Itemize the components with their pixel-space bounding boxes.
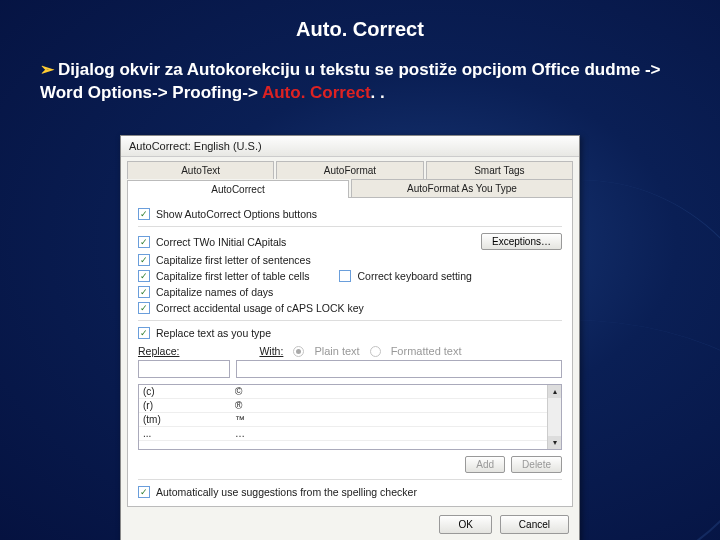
label-days: Capitalize names of days (156, 286, 273, 298)
tabs-row-bottom: AutoCorrect AutoFormat As You Type (121, 179, 579, 197)
ok-button[interactable]: OK (439, 515, 491, 534)
cell-replace: (c) (139, 385, 231, 398)
slide-description: ➢Dijalog okvir za Autokorekciju u tekstu… (0, 41, 720, 105)
bullet-arrow: ➢ (40, 60, 54, 79)
table-row[interactable]: (r) ® (139, 399, 547, 413)
table-scrollbar[interactable]: ▴ ▾ (547, 385, 561, 449)
checkbox-two-initial[interactable] (138, 236, 150, 248)
tabs-row-top: AutoText AutoFormat Smart Tags (121, 157, 579, 179)
replace-label: Replace: (138, 345, 179, 357)
exceptions-button[interactable]: Exceptions… (481, 233, 562, 250)
replace-input[interactable] (138, 360, 230, 378)
checkbox-show-options[interactable] (138, 208, 150, 220)
label-caps-lock: Correct accidental usage of cAPS LOCK ke… (156, 302, 364, 314)
dialog-panel: Show AutoCorrect Options buttons Correct… (127, 197, 573, 507)
dialog-footer: OK Cancel (121, 507, 579, 540)
add-button[interactable]: Add (465, 456, 505, 473)
label-replace-text: Replace text as you type (156, 327, 271, 339)
table-row[interactable]: (tm) ™ (139, 413, 547, 427)
checkbox-auto-spell[interactable] (138, 486, 150, 498)
cell-with: © (231, 385, 547, 398)
cell-replace: (r) (139, 399, 231, 412)
label-first-sentence: Capitalize first letter of sentences (156, 254, 311, 266)
checkbox-first-cell[interactable] (138, 270, 150, 282)
checkbox-days[interactable] (138, 286, 150, 298)
scroll-down-icon[interactable]: ▾ (548, 436, 561, 449)
cancel-button[interactable]: Cancel (500, 515, 569, 534)
with-input[interactable] (236, 360, 562, 378)
cell-replace: ... (139, 427, 231, 440)
cell-with: ™ (231, 413, 547, 426)
label-show-options: Show AutoCorrect Options buttons (156, 208, 317, 220)
label-first-cell: Capitalize first letter of table cells (156, 270, 309, 282)
label-two-initial: Correct TWo INitial CApitals (156, 236, 286, 248)
replacement-table[interactable]: (c) © (r) ® (tm) ™ ... … ▴ ▾ (138, 384, 562, 450)
checkbox-first-sentence[interactable] (138, 254, 150, 266)
cell-with: … (231, 427, 547, 440)
tab-autotext[interactable]: AutoText (127, 161, 274, 179)
tab-smart-tags[interactable]: Smart Tags (426, 161, 573, 179)
label-correct-keyboard: Correct keyboard setting (357, 270, 471, 282)
desc-highlight: Auto. Correct (262, 83, 371, 102)
table-row[interactable]: (c) © (139, 385, 547, 399)
label-formatted-text: Formatted text (391, 345, 462, 357)
tab-autocorrect[interactable]: AutoCorrect (127, 180, 349, 198)
table-row[interactable]: ... … (139, 427, 547, 441)
tab-autoformat-type[interactable]: AutoFormat As You Type (351, 179, 573, 197)
desc-post: . . (371, 83, 385, 102)
dialog-titlebar: AutoCorrect: English (U.S.) (121, 136, 579, 157)
with-label: With: (259, 345, 283, 357)
scroll-up-icon[interactable]: ▴ (548, 385, 561, 398)
cell-replace: (tm) (139, 413, 231, 426)
checkbox-caps-lock[interactable] (138, 302, 150, 314)
label-auto-spell: Automatically use suggestions from the s… (156, 486, 417, 498)
tab-autoformat[interactable]: AutoFormat (276, 161, 423, 179)
checkbox-correct-keyboard[interactable] (339, 270, 351, 282)
radio-plain-text[interactable] (293, 346, 304, 357)
slide-title: Auto. Correct (0, 0, 720, 41)
checkbox-replace-text[interactable] (138, 327, 150, 339)
cell-with: ® (231, 399, 547, 412)
label-plain-text: Plain text (314, 345, 359, 357)
delete-button[interactable]: Delete (511, 456, 562, 473)
autocorrect-dialog: AutoCorrect: English (U.S.) AutoText Aut… (120, 135, 580, 540)
radio-formatted-text[interactable] (370, 346, 381, 357)
